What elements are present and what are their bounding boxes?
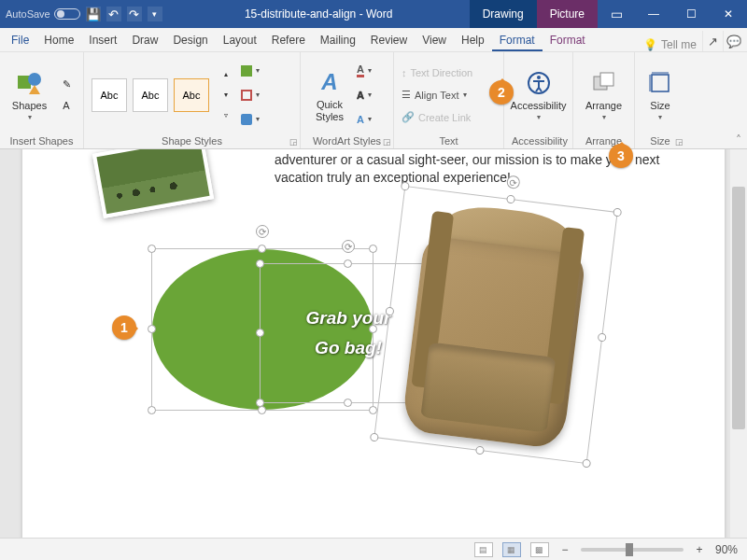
callout-1: 1	[112, 315, 136, 340]
ribbon-options-icon[interactable]: ▭	[598, 0, 635, 28]
text-line-2: Go bag!	[315, 338, 382, 358]
size-button[interactable]: Size ▾	[639, 66, 682, 123]
zoom-in-button[interactable]: +	[693, 543, 706, 556]
rotate-handle-icon[interactable]: ⟳	[256, 225, 269, 238]
close-button[interactable]: ✕	[710, 0, 747, 28]
group-text: ↕Text Direction ☰Align Text▾ 🔗Create Lin…	[394, 52, 504, 148]
undo-icon[interactable]: ↶	[106, 7, 121, 21]
size-icon	[645, 68, 675, 98]
resize-handle[interactable]	[256, 399, 264, 407]
autosave-toggle[interactable]: AutoSave	[6, 8, 80, 20]
tab-help[interactable]: Help	[454, 30, 492, 51]
text-outline-button[interactable]: A▾	[357, 86, 372, 105]
tab-view[interactable]: View	[415, 30, 454, 51]
shapes-gallery-button[interactable]: Shapes ▾	[7, 66, 51, 123]
read-mode-button[interactable]: ▤	[474, 542, 493, 557]
web-layout-button[interactable]: ▩	[530, 542, 549, 557]
zoom-slider[interactable]	[581, 548, 684, 552]
rotate-handle-icon[interactable]: ⟳	[342, 240, 355, 253]
minimize-button[interactable]: —	[635, 0, 672, 28]
gallery-down-icon[interactable]: ▾	[217, 87, 235, 104]
resize-handle[interactable]	[598, 332, 607, 342]
resize-handle[interactable]	[148, 245, 156, 253]
resize-handle[interactable]	[369, 245, 377, 253]
zoom-level[interactable]: 90%	[715, 543, 738, 556]
accessibility-button[interactable]: Accessibility ▾	[512, 66, 565, 123]
context-tab-drawing[interactable]: Drawing	[470, 0, 537, 28]
resize-handle[interactable]	[370, 433, 379, 442]
group-arrange: Arrange ▾ Arrange	[573, 52, 635, 148]
tab-format-drawing[interactable]: Format	[492, 30, 543, 51]
resize-handle[interactable]	[256, 259, 264, 268]
shape-outline-button[interactable]: ▾	[241, 86, 260, 105]
quick-styles-button[interactable]: A Quick Styles	[308, 65, 351, 123]
resize-handle[interactable]	[258, 245, 266, 253]
dialog-launcher-icon[interactable]: ◲	[289, 137, 298, 147]
shape-style-preset-3[interactable]: Abc	[174, 78, 209, 112]
qat-more-icon[interactable]: ▾	[148, 7, 162, 21]
shape-style-preset-2[interactable]: Abc	[133, 78, 168, 112]
redo-icon[interactable]: ↷	[127, 7, 142, 21]
group-label-shape-styles: Shape Styles	[92, 133, 292, 147]
tell-me-search[interactable]: 💡 Tell me	[638, 38, 702, 51]
svg-rect-7	[652, 75, 669, 91]
tab-mailings[interactable]: Mailing	[313, 30, 363, 51]
resize-handle[interactable]	[613, 207, 622, 217]
resize-handle[interactable]	[475, 445, 485, 455]
scroll-thumb[interactable]	[732, 187, 745, 429]
zoom-slider-thumb[interactable]	[626, 543, 633, 556]
text-effects-button[interactable]: A▾	[357, 110, 372, 129]
accessibility-icon	[524, 68, 554, 98]
page[interactable]: adventurer or a casual sight-seer, our m…	[22, 149, 725, 538]
group-label-size: Size	[642, 133, 678, 147]
resize-handle[interactable]	[148, 406, 156, 414]
resize-handle[interactable]	[258, 406, 266, 414]
backpack-picture-selection[interactable]: ⟳	[374, 186, 617, 464]
text-box-button[interactable]: A	[57, 97, 76, 114]
resize-handle[interactable]	[148, 325, 156, 333]
print-layout-button[interactable]: ▦	[502, 542, 521, 557]
tab-home[interactable]: Home	[36, 30, 81, 51]
rotate-handle-icon[interactable]: ⟳	[506, 175, 521, 189]
tab-review[interactable]: Review	[363, 30, 415, 51]
toggle-off-icon	[54, 8, 80, 20]
collapse-ribbon-icon[interactable]: ˄	[736, 133, 741, 147]
gallery-more-icon[interactable]: ▿	[217, 107, 235, 124]
shape-fill-button[interactable]: ▾	[241, 62, 260, 80]
text-fill-button[interactable]: A▾	[357, 62, 372, 80]
tab-references[interactable]: Refere	[264, 30, 313, 51]
tab-insert[interactable]: Insert	[81, 30, 124, 51]
edit-shape-button[interactable]: ✎	[57, 77, 76, 93]
text-direction-button[interactable]: ↕Text Direction	[402, 63, 472, 82]
status-bar: ▤ ▦ ▩ − + 90%	[0, 538, 747, 560]
shape-style-preset-1[interactable]: Abc	[92, 78, 127, 112]
create-link-button[interactable]: 🔗Create Link	[402, 108, 471, 127]
tab-layout[interactable]: Layout	[216, 30, 264, 51]
save-icon[interactable]: 💾	[86, 7, 101, 21]
align-text-button[interactable]: ☰Align Text▾	[402, 86, 467, 105]
group-accessibility: Accessibility ▾ Accessibility	[504, 52, 573, 148]
tab-draw[interactable]: Draw	[124, 30, 165, 51]
share-button[interactable]: ↗	[702, 31, 723, 51]
resize-handle[interactable]	[256, 329, 264, 337]
resize-handle[interactable]	[344, 259, 352, 268]
resize-handle[interactable]	[344, 399, 352, 407]
shape-effects-button[interactable]: ▾	[241, 110, 260, 129]
vertical-scrollbar[interactable]	[730, 149, 747, 538]
link-icon: 🔗	[402, 111, 415, 123]
group-size: Size ▾ Size ◲	[635, 52, 685, 148]
gallery-up-icon[interactable]: ▴	[217, 66, 235, 83]
maximize-button[interactable]: ☐	[672, 0, 710, 28]
context-tab-picture[interactable]: Picture	[537, 0, 598, 28]
comments-button[interactable]: 💬	[723, 31, 743, 51]
tab-design[interactable]: Design	[165, 30, 215, 51]
chevron-down-icon: ▾	[658, 113, 662, 121]
arrange-button[interactable]: Arrange ▾	[581, 66, 627, 123]
tab-format-picture[interactable]: Format	[543, 30, 593, 51]
tab-file[interactable]: File	[4, 30, 36, 51]
resize-handle[interactable]	[582, 458, 591, 468]
text-direction-icon: ↕	[402, 67, 407, 78]
dialog-launcher-icon[interactable]: ◲	[383, 137, 391, 147]
zoom-out-button[interactable]: −	[558, 543, 571, 556]
dialog-launcher-icon[interactable]: ◲	[675, 137, 684, 147]
